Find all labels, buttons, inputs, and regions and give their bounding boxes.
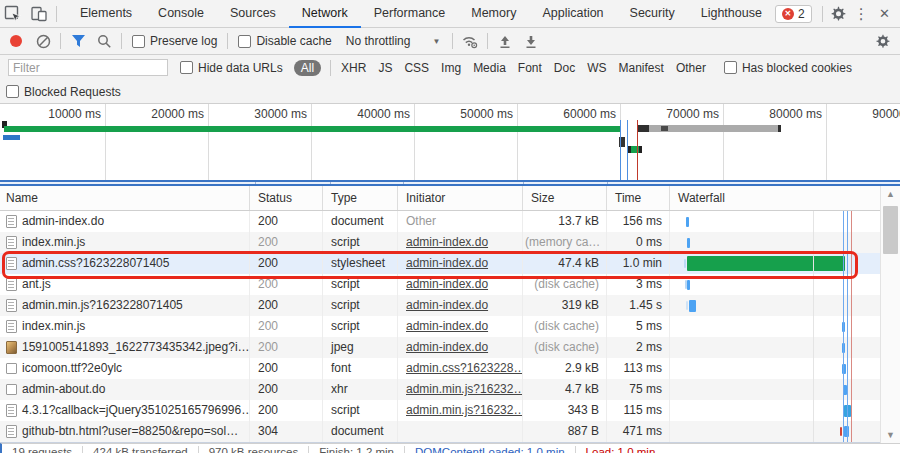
type-cell: font: [323, 358, 398, 379]
filter-type-img[interactable]: Img: [435, 61, 467, 75]
column-header-time[interactable]: Time: [607, 186, 670, 210]
preserve-log-checkbox[interactable]: Preserve log: [132, 34, 217, 48]
scroll-down-icon[interactable]: ▼: [881, 430, 900, 440]
request-name-cell: admin-about.do: [0, 379, 250, 400]
type-cell: xhr: [323, 379, 398, 400]
waterfall-bar: [844, 405, 851, 417]
request-name: github-btn.html?user=88250&repo=sol…: [22, 421, 238, 442]
initiator-cell: Other: [398, 211, 523, 232]
filter-type-js[interactable]: JS: [372, 61, 398, 75]
has-blocked-cookies-checkbox[interactable]: Has blocked cookies: [724, 61, 852, 75]
scroll-up-icon[interactable]: ▲: [881, 189, 900, 199]
network-conditions-icon[interactable]: [457, 28, 483, 54]
filter-input[interactable]: [8, 59, 168, 76]
divider: [487, 33, 488, 49]
tab-application[interactable]: Application: [529, 0, 616, 28]
waterfall-bar: [687, 256, 845, 271]
initiator-link[interactable]: admin.min.js?16232…: [406, 403, 523, 417]
overview-event-line: [620, 120, 621, 180]
table-row[interactable]: icomoon.ttf?2e0ylc200fontadmin.css?16232…: [0, 358, 900, 379]
throttling-select[interactable]: No throttling ▼: [346, 34, 441, 48]
preserve-log-label: Preserve log: [150, 34, 217, 48]
table-row[interactable]: 4.3.1?callback=jQuery351025165796996…200…: [0, 400, 900, 421]
disable-cache-checkbox[interactable]: Disable cache: [238, 34, 331, 48]
import-har-icon[interactable]: [492, 28, 518, 54]
settings-gear-icon[interactable]: [827, 2, 850, 26]
table-row[interactable]: 1591005141893_1622773435342.jpeg?i…200jp…: [0, 337, 900, 358]
initiator-link[interactable]: admin-index.do: [406, 256, 488, 270]
clear-network-log-icon[interactable]: [30, 28, 56, 54]
column-header-initiator[interactable]: Initiator: [398, 186, 523, 210]
request-name-cell: 4.3.1?callback=jQuery351025165796996…: [0, 400, 250, 421]
waterfall-cell: [670, 358, 900, 379]
filter-type-xhr[interactable]: XHR: [335, 61, 372, 75]
tab-memory[interactable]: Memory: [458, 0, 529, 28]
table-row[interactable]: admin.css?1623228071405200stylesheetadmi…: [0, 253, 900, 274]
network-filter-bar: Hide data URLs All XHRJSCSSImgMediaFontD…: [0, 55, 900, 80]
filter-type-ws[interactable]: WS: [581, 61, 612, 75]
network-overview-timeline[interactable]: 10000 ms20000 ms30000 ms40000 ms50000 ms…: [0, 104, 900, 186]
status-item: 970 kB resources: [199, 444, 309, 453]
page-icon: [6, 215, 17, 228]
column-header-status[interactable]: Status: [250, 186, 323, 210]
tab-security[interactable]: Security: [617, 0, 688, 28]
filter-type-all[interactable]: All: [294, 60, 321, 76]
error-icon: ✕: [782, 8, 794, 20]
initiator-link[interactable]: admin-index.do: [406, 319, 488, 333]
initiator-cell: admin-index.do: [398, 274, 523, 295]
initiator-link[interactable]: admin-index.do: [406, 277, 488, 291]
tab-sources[interactable]: Sources: [217, 0, 289, 28]
tab-lighthouse[interactable]: Lighthouse: [688, 0, 775, 28]
waterfall-bar: [687, 238, 690, 248]
column-header-waterfall[interactable]: Waterfall: [670, 186, 900, 210]
table-row[interactable]: ant.js200scriptadmin-index.do(disk cache…: [0, 274, 900, 295]
close-devtools-icon[interactable]: ✕: [873, 2, 896, 26]
search-icon[interactable]: [91, 28, 117, 54]
initiator-link[interactable]: admin-index.do: [406, 298, 488, 312]
table-row[interactable]: admin-index.do200documentOther13.7 kB156…: [0, 211, 900, 232]
column-header-type[interactable]: Type: [323, 186, 398, 210]
filter-type-font[interactable]: Font: [512, 61, 548, 75]
blocked-requests-label: Blocked Requests: [24, 85, 121, 99]
tab-performance[interactable]: Performance: [361, 0, 459, 28]
filter-type-doc[interactable]: Doc: [548, 61, 581, 75]
filter-type-other[interactable]: Other: [670, 61, 712, 75]
initiator-link[interactable]: admin-index.do: [406, 340, 488, 354]
checkbox-box: [6, 85, 19, 98]
more-options-icon[interactable]: ⋮: [850, 2, 873, 26]
filter-funnel-icon[interactable]: [65, 28, 91, 54]
inspect-element-icon[interactable]: [0, 1, 26, 27]
waterfall-bar: [687, 280, 690, 290]
table-row[interactable]: admin.min.js?1623228071405200scriptadmin…: [0, 295, 900, 316]
column-header-size[interactable]: Size: [523, 186, 607, 210]
export-har-icon[interactable]: [518, 28, 544, 54]
scrollbar-thumb[interactable]: [883, 206, 898, 254]
waterfall-cell: [670, 316, 900, 337]
tab-elements[interactable]: Elements: [67, 0, 145, 28]
initiator-link[interactable]: admin-index.do: [406, 235, 488, 249]
filter-type-css[interactable]: CSS: [398, 61, 435, 75]
network-settings-gear-icon[interactable]: [870, 29, 894, 53]
initiator-link[interactable]: admin.min.js?16232…: [406, 382, 523, 396]
tab-network[interactable]: Network: [289, 0, 361, 28]
waterfall-bar: [686, 301, 688, 310]
blocked-requests-checkbox[interactable]: Blocked Requests: [6, 85, 121, 99]
table-row[interactable]: admin-about.do200xhradmin.min.js?16232…4…: [0, 379, 900, 400]
disable-cache-label: Disable cache: [256, 34, 331, 48]
waterfall-bar: [842, 322, 845, 332]
table-row[interactable]: index.min.js200scriptadmin-index.do(disk…: [0, 316, 900, 337]
tab-console[interactable]: Console: [145, 0, 217, 28]
filter-type-manifest[interactable]: Manifest: [613, 61, 670, 75]
error-count-badge[interactable]: ✕ 2: [775, 5, 812, 23]
filter-type-media[interactable]: Media: [467, 61, 512, 75]
table-row[interactable]: index.min.js200scriptadmin-index.do(memo…: [0, 232, 900, 253]
record-network-log-button[interactable]: [10, 35, 22, 47]
device-toolbar-icon[interactable]: [26, 1, 52, 27]
network-toolbar: Preserve log Disable cache No throttling…: [0, 28, 900, 55]
table-row[interactable]: github-btn.html?user=88250&repo=sol…304d…: [0, 421, 900, 442]
waterfall-cell: [670, 421, 900, 442]
column-header-name[interactable]: Name: [0, 186, 250, 210]
hide-data-urls-checkbox[interactable]: Hide data URLs: [180, 61, 283, 75]
initiator-link[interactable]: admin.css?1623228…: [406, 361, 523, 375]
table-scrollbar[interactable]: ▲ ▼: [880, 186, 900, 443]
